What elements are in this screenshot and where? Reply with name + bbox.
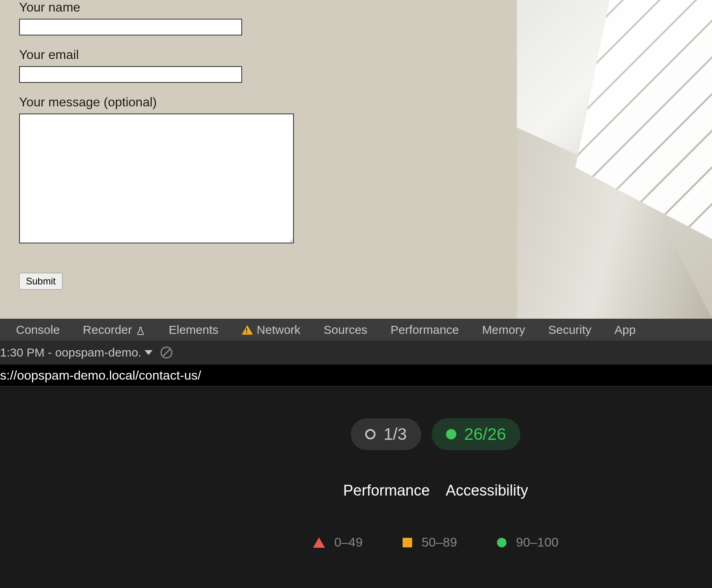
score-legend: 0–49 50–89 90–100 bbox=[313, 535, 559, 550]
legend-red-range: 0–49 bbox=[334, 535, 363, 550]
tab-application[interactable]: App bbox=[614, 323, 636, 337]
contact-form: Your name Your email Your message (optio… bbox=[0, 0, 517, 319]
name-label: Your name bbox=[19, 0, 517, 15]
warning-icon bbox=[242, 325, 253, 335]
tab-memory[interactable]: Memory bbox=[482, 323, 525, 337]
square-orange-icon bbox=[403, 538, 412, 547]
tab-recorder-label: Recorder bbox=[83, 323, 132, 337]
category-accessibility[interactable]: Accessibility bbox=[446, 482, 528, 499]
clear-icon[interactable] bbox=[160, 347, 172, 359]
email-input[interactable] bbox=[19, 66, 242, 83]
email-label: Your email bbox=[19, 47, 517, 62]
passed-ratio: 26/26 bbox=[464, 425, 506, 444]
tab-security[interactable]: Security bbox=[548, 323, 591, 337]
chevron-down-icon bbox=[145, 350, 153, 355]
circle-green-icon bbox=[497, 538, 507, 547]
message-textarea[interactable] bbox=[19, 114, 294, 243]
devtools-tab-bar: Console Recorder Elements Network Source… bbox=[0, 319, 712, 341]
tab-sources[interactable]: Sources bbox=[324, 323, 368, 337]
tab-network-label: Network bbox=[257, 323, 301, 337]
passed-pill[interactable]: 26/26 bbox=[432, 418, 520, 450]
legend-green-range: 90–100 bbox=[516, 535, 559, 550]
name-input[interactable] bbox=[19, 19, 242, 35]
report-selector-dropdown[interactable]: 1:30 PM - oopspam-demo. bbox=[0, 346, 153, 359]
score-pills: 1/3 26/26 bbox=[351, 418, 520, 450]
flask-icon bbox=[136, 325, 145, 335]
legend-orange-range: 50–89 bbox=[422, 535, 457, 550]
lighthouse-toolbar: 1:30 PM - oopspam-demo. bbox=[0, 341, 712, 365]
url-display: s://oopspam-demo.local/contact-us/ bbox=[0, 365, 712, 386]
tab-recorder[interactable]: Recorder bbox=[83, 323, 145, 337]
circle-open-icon bbox=[365, 429, 376, 439]
report-timestamp-label: 1:30 PM - oopspam-demo. bbox=[0, 346, 141, 359]
tab-elements[interactable]: Elements bbox=[168, 323, 218, 337]
legend-average: 50–89 bbox=[403, 535, 457, 550]
webpage-viewport: Your name Your email Your message (optio… bbox=[0, 0, 712, 319]
circle-filled-icon bbox=[446, 429, 456, 439]
tab-network[interactable]: Network bbox=[242, 323, 301, 337]
message-label: Your message (optional) bbox=[19, 95, 517, 110]
category-performance[interactable]: Performance bbox=[343, 482, 430, 499]
lighthouse-report: 1/3 26/26 Performance Accessibility 0–49… bbox=[0, 386, 712, 582]
url-text: s://oopspam-demo.local/contact-us/ bbox=[0, 368, 201, 383]
tab-console[interactable]: Console bbox=[16, 323, 60, 337]
category-labels: Performance Accessibility bbox=[343, 482, 528, 499]
progress-pill[interactable]: 1/3 bbox=[351, 418, 421, 450]
legend-good: 90–100 bbox=[497, 535, 559, 550]
legend-poor: 0–49 bbox=[313, 535, 363, 550]
hero-image bbox=[517, 0, 712, 319]
triangle-red-icon bbox=[313, 537, 325, 548]
tab-performance[interactable]: Performance bbox=[391, 323, 459, 337]
submit-button[interactable]: Submit bbox=[19, 273, 63, 290]
progress-ratio: 1/3 bbox=[383, 425, 407, 444]
